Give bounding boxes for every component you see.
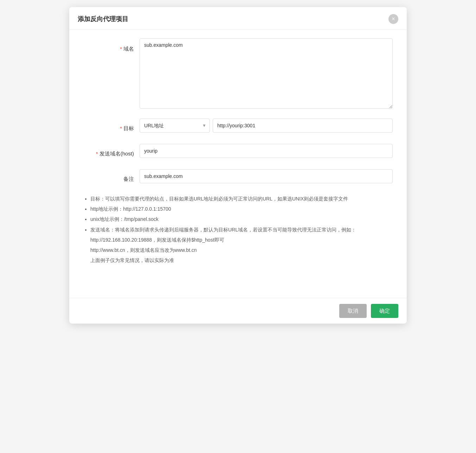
target-type-wrapper: URL地址 UNIX ▼: [140, 119, 210, 133]
domain-required-star: *: [120, 42, 122, 56]
confirm-button[interactable]: 确定: [371, 304, 398, 318]
domain-textarea[interactable]: sub.example.com: [140, 38, 393, 109]
target-type-select[interactable]: URL地址 UNIX: [140, 119, 210, 133]
help-sub-item-2: http://www.bt.cn，则发送域名应当改为www.bt.cn: [90, 246, 393, 255]
remark-input[interactable]: [140, 169, 393, 183]
target-url-input[interactable]: [213, 119, 393, 133]
help-item-1: 目标：可以填写你需要代理的站点，目标如果选URL地址则必须为可正常访问的URL，…: [90, 194, 393, 203]
host-required-star: *: [96, 147, 98, 161]
close-button[interactable]: ×: [388, 14, 398, 24]
remark-control: [140, 169, 393, 183]
target-required-star: *: [120, 121, 122, 135]
host-input[interactable]: [140, 144, 393, 158]
dialog-header: 添加反向代理项目 ×: [69, 7, 407, 30]
help-item-3: unix地址示例：/tmp/panel.sock: [90, 215, 393, 224]
help-sub-item-3: 上面例子仅为常见情况，请以实际为准: [90, 256, 393, 265]
host-label: * 发送域名(host): [83, 144, 140, 161]
help-list: 目标：可以填写你需要代理的站点，目标如果选URL地址则必须为可正常访问的URL，…: [83, 194, 393, 265]
target-inner-row: URL地址 UNIX ▼: [140, 119, 393, 133]
cancel-button[interactable]: 取消: [339, 304, 367, 318]
host-row: * 发送域名(host): [83, 144, 393, 161]
help-item-4: 发送域名：将域名添加到请求头传递到后端服务器，默认为目标URL域名，若设置不当可…: [90, 225, 393, 265]
close-icon: ×: [392, 16, 395, 22]
target-label: * 目标: [83, 119, 140, 135]
dialog-body: * 域名 sub.example.com * 目标 URL地址 UNIX: [69, 30, 407, 298]
target-row: * 目标 URL地址 UNIX ▼: [83, 119, 393, 135]
domain-control: sub.example.com: [140, 38, 393, 110]
target-control: URL地址 UNIX ▼: [140, 119, 393, 133]
domain-label: * 域名: [83, 38, 140, 56]
help-sub-list: http://192.168.100.20:19888，则发送域名保持$http…: [90, 236, 393, 265]
remark-row: 备注: [83, 169, 393, 186]
help-sub-item-1: http://192.168.100.20:19888，则发送域名保持$http…: [90, 236, 393, 244]
help-item-2: http地址示例：http://127.0.0.1:15700: [90, 205, 393, 213]
remark-label: 备注: [83, 169, 140, 186]
help-item-4-prefix: 发送域名：将域名添加到请求头传递到后端服务器，默认为目标URL域名，若设置不当可…: [90, 227, 356, 232]
domain-row: * 域名 sub.example.com: [83, 38, 393, 110]
dialog-title: 添加反向代理项目: [78, 15, 128, 23]
dialog: 添加反向代理项目 × * 域名 sub.example.com * 目标: [69, 7, 407, 324]
dialog-footer: 取消 确定: [69, 298, 407, 324]
host-control: [140, 144, 393, 158]
